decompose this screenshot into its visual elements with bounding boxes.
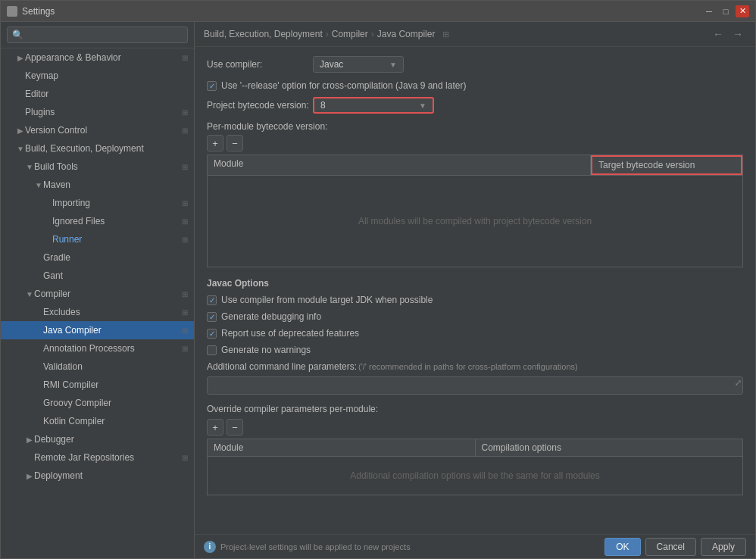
override-table-header: Module Compilation options — [208, 439, 742, 457]
sidebar-label-deployment: Deployment — [34, 470, 194, 481]
sidebar-item-deployment[interactable]: ▶ Deployment — [1, 467, 194, 485]
sidebar-item-kotlin-compiler[interactable]: ▶ Kotlin Compiler — [1, 412, 194, 430]
settings-icon-ignored: ⊞ — [179, 215, 191, 227]
per-module-header: Per-module bytecode version: — [207, 121, 743, 132]
sidebar-item-annotation[interactable]: ▶ Annotation Processors ⊞ — [1, 339, 194, 358]
sidebar-item-editor[interactable]: ▶ Editor — [1, 85, 194, 103]
settings-icon-appearance: ⊞ — [179, 52, 191, 64]
settings-icon-plugins: ⊞ — [179, 106, 191, 118]
nav-forward-button[interactable]: → — [729, 27, 746, 42]
check2-checkbox[interactable] — [207, 312, 217, 322]
sidebar-label-kotlin: Kotlin Compiler — [43, 416, 194, 426]
settings-icon-compiler: ⊞ — [179, 288, 191, 300]
sidebar-item-debugger[interactable]: ▶ Debugger — [1, 430, 194, 448]
sidebar-label-vc: Version Control — [25, 125, 179, 136]
nav-back-button[interactable]: ← — [710, 27, 726, 42]
check2-label: Generate debugging info — [221, 311, 321, 322]
remove-override-button[interactable]: − — [226, 419, 243, 436]
sidebar-label-validation: Validation — [43, 361, 194, 372]
bytecode-row: Project bytecode version: 8 ▼ — [207, 97, 743, 114]
breadcrumb-item-1: Build, Execution, Deployment — [204, 29, 323, 39]
breadcrumb-nav: ← → — [710, 27, 746, 42]
cmd-params-section: Additional command line parameters: ('/'… — [207, 361, 743, 395]
sidebar-label-editor: Editor — [25, 89, 194, 99]
sidebar-item-build-tools[interactable]: ▼ Build Tools ⊞ — [1, 158, 194, 176]
sidebar-item-ignored-files[interactable]: ▶ Ignored Files ⊞ — [1, 212, 194, 230]
ok-button[interactable]: OK — [604, 538, 640, 556]
sidebar-item-gant[interactable]: ▶ Gant — [1, 267, 194, 285]
cmd-params-label: Additional command line parameters: — [207, 361, 358, 372]
release-option-label: Use '--release' option for cross-compila… — [221, 80, 466, 91]
override-table-empty: Additional compilation options will be t… — [350, 470, 600, 481]
settings-icon-vc: ⊞ — [179, 124, 191, 136]
sidebar-item-maven[interactable]: ▼ Maven — [1, 176, 194, 194]
add-override-button[interactable]: + — [207, 419, 223, 436]
sidebar-label-groovy: Groovy Compiler — [43, 398, 194, 408]
sidebar-item-versioncontrol[interactable]: ▶ Version Control ⊞ — [1, 121, 194, 139]
cmd-input[interactable] — [207, 376, 743, 395]
expand-icon[interactable]: ⤢ — [735, 378, 742, 388]
sidebar-label-runner: Runner — [52, 234, 179, 245]
sidebar-item-appearance[interactable]: ▶ Appearance & Behavior ⊞ — [1, 48, 194, 67]
check3-checkbox[interactable] — [207, 329, 217, 339]
settings-icon-javacompiler: ⊞ — [179, 324, 191, 336]
sidebar-label-javacompiler: Java Compiler — [43, 325, 179, 336]
apply-button[interactable]: Apply — [701, 538, 746, 556]
sidebar-item-rmi-compiler[interactable]: ▶ RMI Compiler — [1, 376, 194, 394]
sidebar-item-groovy-compiler[interactable]: ▶ Groovy Compiler — [1, 394, 194, 412]
compiler-select-value: Javac — [320, 59, 343, 70]
sidebar-label-buildtools: Build Tools — [34, 161, 179, 172]
title-bar-left: Settings — [7, 6, 55, 17]
col-module: Module — [208, 155, 591, 175]
expand-arrow-compiler: ▼ — [25, 289, 34, 298]
sidebar-item-compiler[interactable]: ▼ Compiler ⊞ — [1, 285, 194, 303]
sidebar-item-keymap[interactable]: ▶ Keymap — [1, 67, 194, 85]
remove-module-button[interactable]: − — [226, 135, 243, 151]
sidebar-item-plugins[interactable]: ▶ Plugins ⊞ — [1, 103, 194, 121]
sidebar-tree: ▶ Appearance & Behavior ⊞ ▶ Keymap ▶ Edi… — [1, 48, 194, 558]
sidebar-label-appearance: Appearance & Behavior — [25, 52, 179, 63]
content-area: ▶ Appearance & Behavior ⊞ ▶ Keymap ▶ Edi… — [1, 22, 755, 558]
module-toolbar: + − — [207, 135, 743, 151]
sidebar-item-validation[interactable]: ▶ Validation — [1, 358, 194, 376]
cancel-button[interactable]: Cancel — [645, 538, 696, 556]
sidebar: ▶ Appearance & Behavior ⊞ ▶ Keymap ▶ Edi… — [1, 22, 195, 558]
search-input[interactable] — [7, 27, 188, 43]
bytecode-select-arrow: ▼ — [419, 101, 426, 110]
expand-arrow-maven: ▼ — [34, 180, 43, 189]
sidebar-item-excludes[interactable]: ▶ Excludes ⊞ — [1, 303, 194, 321]
sidebar-item-remote-jar[interactable]: ▶ Remote Jar Repositories ⊞ — [1, 448, 194, 467]
title-bar-controls: ─ □ ✕ — [702, 5, 749, 17]
use-compiler-label: Use compiler: — [207, 59, 313, 70]
maximize-button[interactable]: □ — [719, 5, 733, 17]
check2-row: Generate debugging info — [207, 311, 743, 322]
check1-checkbox[interactable] — [207, 295, 217, 305]
add-module-button[interactable]: + — [207, 135, 223, 151]
sidebar-item-build-execution[interactable]: ▼ Build, Execution, Deployment — [1, 139, 194, 158]
sidebar-item-gradle[interactable]: ▶ Gradle — [1, 248, 194, 267]
close-button[interactable]: ✕ — [736, 5, 749, 17]
bytecode-select[interactable]: 8 ▼ — [313, 97, 434, 114]
sidebar-item-runner[interactable]: ▶ Runner ⊞ — [1, 230, 194, 248]
minimize-button[interactable]: ─ — [702, 5, 716, 17]
sidebar-item-java-compiler[interactable]: ▶ Java Compiler ⊞ — [1, 321, 194, 339]
expand-arrow-deployment: ▶ — [25, 471, 34, 480]
sidebar-item-importing[interactable]: ▶ Importing ⊞ — [1, 194, 194, 212]
settings-icon — [7, 6, 17, 17]
info-icon: i — [204, 541, 216, 553]
settings-icon-importing: ⊞ — [179, 197, 191, 209]
sidebar-label-importing: Importing — [52, 198, 179, 208]
check4-label: Generate no warnings — [221, 345, 311, 355]
javac-section: Javac Options Use compiler from module t… — [207, 278, 743, 355]
compiler-select[interactable]: Javac ▼ — [313, 56, 404, 73]
breadcrumb: Build, Execution, Deployment › Compiler … — [204, 29, 449, 39]
sidebar-label-remotejar: Remote Jar Repositories — [34, 452, 179, 463]
expand-arrow-vc: ▶ — [16, 126, 25, 135]
settings-icon-annotation: ⊞ — [179, 342, 191, 354]
check4-checkbox[interactable] — [207, 345, 217, 355]
override-table: Module Compilation options Additional co… — [207, 439, 743, 495]
col-target: Target bytecode version — [591, 155, 742, 175]
release-option-checkbox[interactable] — [207, 81, 217, 91]
breadcrumb-item-3: Java Compiler — [377, 29, 436, 39]
override-table-body: Additional compilation options will be t… — [208, 457, 742, 495]
